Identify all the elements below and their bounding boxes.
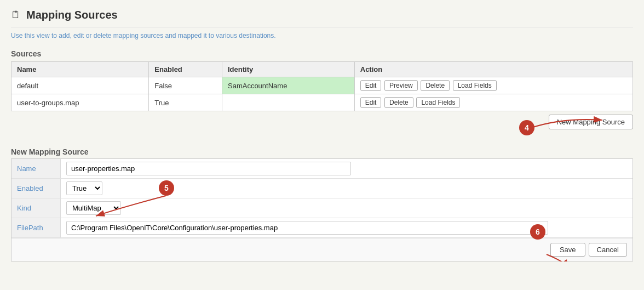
save-button[interactable]: Save [550,243,585,257]
load-fields-button[interactable]: Load Fields [416,97,460,108]
load-fields-button[interactable]: Load Fields [453,80,497,91]
form-label-filepath: FilePath [12,218,61,237]
edit-button[interactable]: Edit [360,80,382,91]
cell-name: default [12,77,149,94]
delete-button[interactable]: Delete [421,80,450,91]
form-section-title: New Mapping Source [11,147,633,156]
delete-button[interactable]: Delete [384,97,413,108]
form-label-kind: Kind [12,198,61,218]
col-header-name: Name [12,62,149,77]
form-control-filepath [61,218,633,237]
form-section-container: Name Enabled True False Kind [11,158,633,261]
cell-identity [222,94,354,111]
sources-section: Sources Name Enabled Identity Action def… [11,49,633,147]
preview-button[interactable]: Preview [384,80,418,91]
kind-select[interactable]: MultiMap Map SimpleMap [66,201,121,215]
cell-enabled: True [149,94,222,111]
form-label-name: Name [12,159,61,178]
form-actions: Save Cancel [12,238,633,261]
cancel-button[interactable]: Cancel [589,243,627,257]
page-description: Use this view to add, edit or delete map… [11,32,633,39]
new-mapping-source-button[interactable]: New Mapping Source [549,115,633,129]
form-row-enabled: Enabled True False [12,179,633,198]
form-row-filepath: FilePath [12,218,633,238]
page-title: Mapping Sources [26,9,118,21]
table-row: default False SamAccountName Edit Previe… [12,77,633,94]
form-row-name: Name [12,159,633,179]
form-row-kind: Kind MultiMap Map SimpleMap [12,198,633,218]
sources-section-title: Sources [11,49,633,58]
cell-enabled: False [149,77,222,94]
cell-identity: SamAccountName [222,77,354,94]
form-label-enabled: Enabled [12,179,61,198]
page-icon: 🗒 [11,9,21,21]
filepath-input[interactable] [66,221,548,235]
cell-name: user-to-groups.map [12,94,149,111]
col-header-enabled: Enabled [149,62,222,77]
cell-actions: Edit Delete Load Fields [354,94,633,111]
form-control-name [61,159,633,178]
name-input[interactable] [66,162,351,175]
col-header-identity: Identity [222,62,354,77]
table-row: user-to-groups.map True Edit Delete Load… [12,94,633,111]
new-mapping-form: New Mapping Source 5 6 [11,147,633,261]
edit-button[interactable]: Edit [360,97,382,108]
sources-table: Name Enabled Identity Action default Fal… [11,61,633,111]
page-header: 🗒 Mapping Sources [11,9,633,27]
form-control-kind: MultiMap Map SimpleMap [61,198,633,218]
col-header-action: Action [354,62,633,77]
form-control-enabled: True False [61,179,633,198]
enabled-select[interactable]: True False [66,181,102,195]
cell-actions: Edit Preview Delete Load Fields [354,77,633,94]
